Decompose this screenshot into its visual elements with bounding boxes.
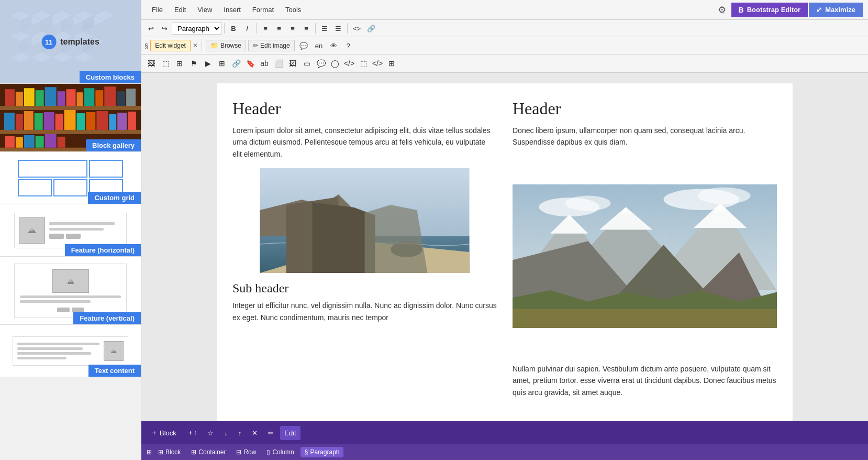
edit-label-button[interactable]: Edit (280, 426, 300, 440)
svg-rect-50 (104, 86, 116, 106)
insert-anchor-button[interactable]: ⚑ (187, 57, 201, 70)
insert-box-button[interactable]: ⬚ (357, 57, 370, 70)
svg-rect-99 (513, 309, 777, 328)
insert-circle-button[interactable]: ◯ (328, 57, 342, 70)
breadcrumb-paragraph-label: Paragraph (310, 448, 339, 456)
add-icon: ＋ (151, 428, 158, 437)
grid-cell-3 (53, 179, 87, 197)
add-block-label: Block (160, 429, 176, 437)
italic-button[interactable]: I (241, 22, 253, 35)
justify-button[interactable]: ≡ (300, 22, 313, 35)
svg-rect-70 (45, 134, 57, 148)
breadcrumb-row[interactable]: ⊟ Row (232, 447, 260, 457)
templates-badge: 11 (41, 35, 56, 49)
svg-point-84 (698, 187, 751, 204)
align-center-button[interactable]: ≡ (273, 22, 285, 35)
preview-button[interactable]: 👁 (327, 39, 340, 52)
insert-link2-button[interactable]: 🔗 (229, 57, 243, 70)
svg-rect-59 (64, 110, 76, 130)
bootstrap-editor-label: Bootstrap Editor (747, 6, 801, 14)
sidebar-item-feature-vertical[interactable]: ⛰ Feature (vertical) (0, 257, 141, 325)
text-content-image: ⛰ (104, 341, 124, 361)
sidebar-item-feature-horizontal[interactable]: ⛰ Feature (horizontal) (0, 204, 141, 257)
insert-bookmark-button[interactable]: 🔖 (243, 57, 257, 70)
insert-html-button[interactable]: </> (371, 57, 384, 70)
sidebar-item-text-content[interactable]: ⛰ Text content (0, 325, 141, 377)
format-select[interactable]: Paragraph (172, 22, 221, 35)
list-ul-button[interactable]: ☰ (318, 22, 331, 35)
close-icon: ✕ (252, 429, 258, 437)
insert-divider-button[interactable]: ▭ (300, 57, 314, 70)
sidebar-item-block-gallery[interactable]: Block gallery (0, 84, 141, 152)
svg-rect-38 (0, 130, 141, 134)
insert-widget-button[interactable]: ⬚ (159, 57, 172, 70)
delete-button[interactable]: ✕ (248, 426, 262, 440)
menu-edit[interactable]: Edit (169, 3, 191, 17)
insert-form-button[interactable]: ⬜ (272, 57, 285, 70)
edit-widget-button[interactable]: Edit widget (150, 40, 191, 51)
insert-grid-button[interactable]: ⊞ (385, 57, 398, 70)
add-block-button[interactable]: ＋ Block (147, 425, 181, 441)
maximize-button[interactable]: ⤢ Maximize (809, 3, 863, 17)
pencil-edit-button[interactable]: ✏ (264, 426, 278, 440)
breadcrumb-paragraph[interactable]: § Paragraph (301, 447, 344, 457)
code-button[interactable]: <> (350, 22, 363, 35)
insert-image-button[interactable]: 🖼 (144, 57, 158, 70)
svg-rect-46 (66, 89, 76, 106)
svg-rect-67 (16, 137, 23, 148)
add-above-button[interactable]: ＋↑ (183, 425, 202, 441)
align-right-button[interactable]: ≡ (286, 22, 299, 35)
left-body: Lorem ipsum dolor sit amet, consectetur … (232, 125, 497, 160)
right-header: Header (513, 99, 777, 118)
insert-abbr-button[interactable]: ab (258, 57, 271, 70)
menu-format[interactable]: Format (247, 3, 279, 17)
svg-rect-64 (117, 113, 127, 130)
sidebar-item-templates[interactable]: 11 templates Custom blocks (0, 0, 141, 84)
svg-rect-52 (126, 89, 136, 106)
mountain-image-icon (513, 157, 777, 356)
browse-button[interactable]: 📁 Browse (206, 40, 246, 51)
menu-file[interactable]: File (147, 3, 168, 17)
svg-rect-56 (35, 113, 43, 130)
move-up-button[interactable]: ↑ (234, 426, 246, 440)
widget-close-button[interactable]: ✕ (193, 42, 198, 49)
sidebar-item-custom-grid[interactable]: Custom grid (0, 152, 141, 204)
svg-rect-62 (96, 111, 108, 130)
favorite-button[interactable]: ☆ (203, 426, 218, 440)
move-down-button[interactable]: ↓ (220, 426, 232, 440)
bold-button[interactable]: B (227, 22, 240, 35)
edit-widget-label: Edit widget (155, 42, 186, 49)
menu-view[interactable]: View (192, 3, 217, 17)
insert-speech-button[interactable]: 💬 (314, 57, 328, 70)
breadcrumb-container[interactable]: ⊞ Container (187, 447, 230, 457)
bootstrap-editor-button[interactable]: B Bootstrap Editor (731, 3, 808, 17)
insert-video-button[interactable]: ▶ (201, 57, 215, 70)
comment-button[interactable]: 💬 (297, 39, 310, 52)
breadcrumb-column-label: Column (272, 448, 294, 456)
toolbar-sep-2 (256, 23, 257, 34)
list-ol-button[interactable]: ☰ (332, 22, 344, 35)
redo-button[interactable]: ↪ (158, 22, 171, 35)
link-button[interactable]: 🔗 (364, 22, 378, 35)
menu-insert[interactable]: Insert (218, 3, 246, 17)
widget-bar: § Edit widget ✕ 📁 Browse ✏ Edit image 💬 … (141, 37, 868, 54)
insert-gallery-button[interactable]: 🖼 (286, 57, 299, 70)
gear-settings-button[interactable]: ⚙ (714, 2, 730, 18)
toolbar-sep-3 (315, 23, 316, 34)
align-left-button[interactable]: ≡ (259, 22, 272, 35)
edit-image-button[interactable]: ✏ Edit image (248, 40, 295, 51)
right-body: Donec libero ipsum, ullamcorper non quam… (513, 125, 777, 148)
translate-button[interactable]: en (313, 39, 325, 52)
maximize-label: Maximize (825, 6, 855, 14)
insert-table-button[interactable]: ⊞ (215, 57, 229, 70)
menu-tools[interactable]: Tools (280, 3, 306, 17)
breadcrumb-column[interactable]: ▯ Column (262, 447, 298, 457)
left-subheader: Sub header (232, 281, 497, 295)
undo-button[interactable]: ↩ (144, 22, 157, 35)
insert-code2-button[interactable]: </> (342, 57, 356, 70)
bootstrap-icon: B (739, 6, 744, 14)
star-icon: ☆ (207, 429, 214, 437)
help-button[interactable]: ? (342, 39, 354, 52)
breadcrumb-block[interactable]: ⊞ Block (154, 447, 185, 457)
insert-special-button[interactable]: ⊞ (173, 57, 186, 70)
